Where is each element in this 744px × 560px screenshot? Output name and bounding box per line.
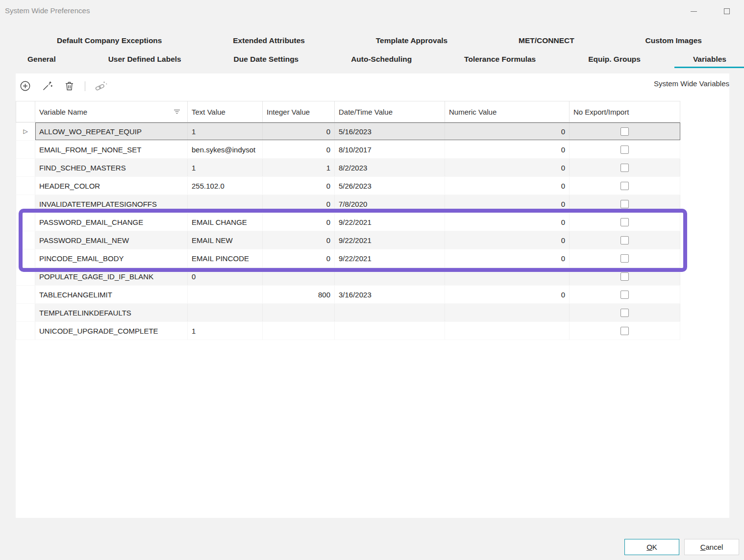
table-row-unicode-upgrade-complete[interactable]: UNICODE_UPGRADE_COMPLETE1 — [16, 322, 680, 340]
cell-date: 5/26/2023 — [335, 177, 445, 195]
table-row-allow-wo-repeat-equip[interactable]: ▷ALLOW_WO_REPEAT_EQUIP105/16/20230 — [16, 122, 680, 141]
cell-integer: 0 — [263, 177, 335, 195]
tab-user-defined-labels[interactable]: User Defined Labels — [106, 54, 183, 65]
table-row-tablechangelimit[interactable]: TABLECHANGELIMIT8003/16/20230 — [16, 286, 680, 304]
table-row-invalidatetemplatesignoffs[interactable]: INVALIDATETEMPLATESIGNOFFS07/8/20200 — [16, 195, 680, 213]
delete-variable-button[interactable] — [63, 79, 76, 93]
tab-row1: Default Company ExceptionsExtended Attri… — [55, 35, 704, 46]
tab-custom-images[interactable]: Custom Images — [644, 35, 704, 46]
window-title: System Wide Preferences — [5, 6, 90, 15]
table-row-header-color[interactable]: HEADER_COLOR255.102.005/26/20230 — [16, 177, 680, 195]
cell-variable-name: EMAIL_FROM_IF_NONE_SET — [35, 141, 188, 158]
row-selector-cell — [16, 159, 35, 176]
cell-date: 9/22/2021 — [335, 249, 445, 267]
cell-date: 5/16/2023 — [335, 122, 445, 140]
cell-variable-name: INVALIDATETEMPLATESIGNOFFS — [35, 195, 188, 213]
cell-variable-name: TEMPLATELINKDEFAULTS — [35, 304, 188, 321]
table-row-templatelinkdefaults[interactable]: TEMPLATELINKDEFAULTS — [16, 304, 680, 322]
ok-button[interactable]: OK — [624, 539, 679, 555]
no-export-checkbox[interactable] — [620, 146, 629, 154]
maximize-icon — [724, 8, 730, 14]
cell-numeric: 0 — [445, 213, 570, 231]
tab-default-company-exceptions[interactable]: Default Company Exceptions — [55, 35, 164, 46]
sort-icon[interactable] — [174, 109, 180, 115]
cell-text: 255.102.0 — [188, 177, 263, 195]
no-export-checkbox[interactable] — [620, 182, 629, 190]
cell-no-export-import — [570, 141, 680, 158]
no-export-checkbox[interactable] — [620, 327, 629, 335]
tab-auto-scheduling[interactable]: Auto-Scheduling — [349, 54, 414, 65]
tab-variables[interactable]: Variables — [691, 54, 728, 65]
header-row-selector — [16, 101, 35, 122]
row-selector-cell — [16, 195, 35, 213]
add-variable-button[interactable] — [19, 79, 32, 93]
cell-no-export-import — [570, 195, 680, 213]
cell-variable-name: UNICODE_UPGRADE_COMPLETE — [35, 322, 188, 340]
tab-extended-attributes[interactable]: Extended Attributes — [231, 35, 307, 46]
header-numeric-value[interactable]: Numeric Value — [445, 101, 570, 122]
panel-title: System Wide Variables — [654, 79, 729, 88]
cell-text — [188, 304, 263, 321]
cell-no-export-import — [570, 268, 680, 285]
tab-due-date-settings[interactable]: Due Date Settings — [232, 54, 301, 65]
cell-integer: 0 — [263, 195, 335, 213]
edit-variable-button[interactable] — [41, 79, 54, 93]
no-export-checkbox[interactable] — [620, 272, 629, 281]
no-export-checkbox[interactable] — [620, 291, 629, 299]
header-datetime-value[interactable]: Date/Time Value — [335, 101, 445, 122]
tab-template-approvals[interactable]: Template Approvals — [374, 35, 449, 46]
cell-integer — [263, 304, 335, 321]
cell-date: 9/22/2021 — [335, 231, 445, 249]
cell-no-export-import — [570, 231, 680, 249]
cell-integer: 0 — [263, 122, 335, 140]
table-row-password-email-change[interactable]: PASSWORD_EMAIL_CHANGEEMAIL CHANGE09/22/2… — [16, 213, 680, 231]
tab-tolerance-formulas[interactable]: Tolerance Formulas — [462, 54, 538, 65]
cell-text: 1 — [188, 322, 263, 340]
table-row-find-sched-masters[interactable]: FIND_SCHED_MASTERS118/2/20230 — [16, 159, 680, 177]
tab-equip-groups[interactable]: Equip. Groups — [586, 54, 643, 65]
header-text-value[interactable]: Text Value — [188, 101, 263, 122]
row-selector-cell: ▷ — [16, 122, 35, 140]
table-header: Variable Name Text Value Integer Value D… — [16, 101, 680, 122]
cell-variable-name: HEADER_COLOR — [35, 177, 188, 195]
tab-met-connect[interactable]: MET/CONNECT — [517, 35, 576, 46]
cancel-button[interactable]: Cancel — [684, 539, 739, 555]
row-selector-cell — [16, 268, 35, 285]
table-row-email-from-if-none-set[interactable]: EMAIL_FROM_IF_NONE_SETben.sykes@indysot0… — [16, 141, 680, 159]
table-row-populate-gage-id-if-blank[interactable]: POPULATE_GAGE_ID_IF_BLANK0 — [16, 268, 680, 286]
window-minimize-button[interactable] — [685, 4, 702, 19]
cell-date: 8/2/2023 — [335, 159, 445, 176]
no-export-checkbox[interactable] — [620, 164, 629, 172]
cell-no-export-import — [570, 304, 680, 321]
edit-icon — [42, 80, 53, 92]
header-variable-name[interactable]: Variable Name — [35, 101, 188, 122]
cell-variable-name: PINCODE_EMAIL_BODY — [35, 249, 188, 267]
no-export-checkbox[interactable] — [620, 254, 629, 263]
cell-variable-name: PASSWORD_EMAIL_CHANGE — [35, 213, 188, 231]
window-maximize-button[interactable] — [719, 4, 735, 19]
no-export-checkbox[interactable] — [620, 127, 629, 136]
row-selector-cell — [16, 249, 35, 267]
cell-variable-name: PASSWORD_EMAIL_NEW — [35, 231, 188, 249]
cell-no-export-import — [570, 286, 680, 303]
cell-no-export-import — [570, 213, 680, 231]
cell-no-export-import — [570, 122, 680, 140]
header-integer-value[interactable]: Integer Value — [263, 101, 335, 122]
header-no-export-import[interactable]: No Export/Import — [570, 101, 680, 122]
table-row-pincode-email-body[interactable]: PINCODE_EMAIL_BODYEMAIL PINCODE09/22/202… — [16, 249, 680, 268]
no-export-checkbox[interactable] — [620, 200, 629, 208]
no-export-checkbox[interactable] — [620, 309, 629, 317]
row-selector-cell — [16, 231, 35, 249]
cell-text: EMAIL CHANGE — [188, 213, 263, 231]
no-export-checkbox[interactable] — [620, 218, 629, 226]
cell-date — [335, 322, 445, 340]
add-icon — [20, 80, 31, 92]
cell-text — [188, 286, 263, 303]
table-row-password-email-new[interactable]: PASSWORD_EMAIL_NEWEMAIL NEW09/22/20210 — [16, 231, 680, 249]
header-label: Text Value — [192, 108, 225, 116]
tab-general[interactable]: General — [25, 54, 58, 65]
no-export-checkbox[interactable] — [620, 236, 629, 244]
delete-icon — [64, 81, 74, 92]
row-selector-cell — [16, 177, 35, 195]
exclude-link-button[interactable] — [94, 79, 107, 93]
